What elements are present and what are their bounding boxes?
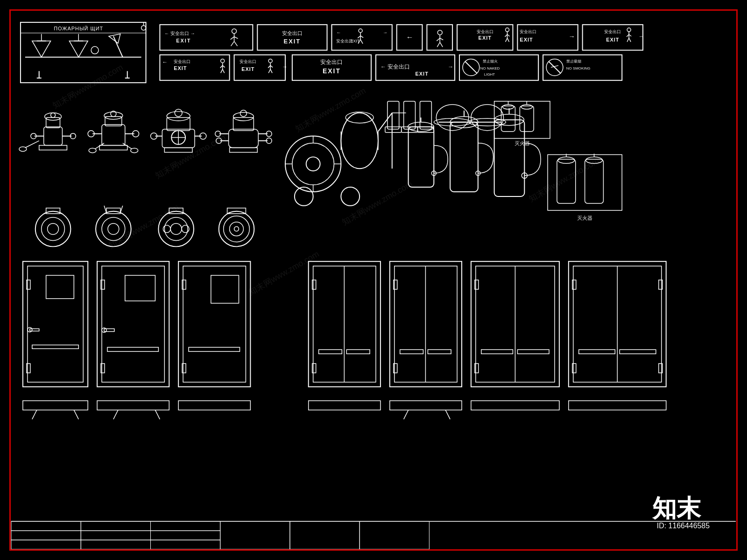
svg-point-218 xyxy=(35,211,71,247)
svg-text:安全出口: 安全出口 xyxy=(282,30,303,36)
svg-line-26 xyxy=(231,42,234,46)
svg-line-47 xyxy=(437,38,440,41)
svg-text:EXIT: EXIT xyxy=(176,38,191,43)
svg-text:禁止吸烟: 禁止吸烟 xyxy=(566,59,581,63)
svg-text:安全出口: 安全出口 xyxy=(604,29,621,34)
svg-point-228 xyxy=(158,211,194,247)
svg-text:←: ← xyxy=(162,59,168,65)
svg-rect-115 xyxy=(46,118,60,128)
svg-rect-302 xyxy=(471,401,559,410)
svg-rect-198 xyxy=(409,127,434,187)
svg-line-58 xyxy=(506,38,507,42)
svg-text:EXIT: EXIT xyxy=(241,66,254,72)
bottom-table xyxy=(11,521,736,549)
svg-line-295 xyxy=(113,410,118,420)
svg-point-219 xyxy=(42,217,65,241)
svg-line-72 xyxy=(629,38,631,42)
svg-rect-316 xyxy=(359,521,429,549)
fire-doors xyxy=(23,261,666,387)
svg-point-14 xyxy=(91,47,99,54)
svg-rect-258 xyxy=(189,347,240,351)
svg-point-141 xyxy=(175,109,182,117)
svg-rect-266 xyxy=(319,350,342,354)
svg-rect-291 xyxy=(23,401,88,410)
svg-line-12 xyxy=(113,36,123,57)
svg-rect-31 xyxy=(331,25,392,50)
svg-point-117 xyxy=(51,113,56,118)
svg-point-184 xyxy=(436,105,469,131)
svg-rect-273 xyxy=(400,350,423,354)
svg-text:灭火器: 灭火器 xyxy=(577,215,592,221)
svg-point-234 xyxy=(219,211,254,247)
svg-point-237 xyxy=(234,227,239,231)
svg-rect-307 xyxy=(11,540,81,549)
svg-line-27 xyxy=(234,42,238,46)
svg-text:EXIT: EXIT xyxy=(174,65,187,71)
svg-text:安全出口: 安全出口 xyxy=(520,29,536,34)
fire-hydrants xyxy=(19,109,272,153)
svg-point-87 xyxy=(268,59,272,63)
svg-rect-253 xyxy=(101,280,105,289)
svg-rect-303 xyxy=(569,401,666,410)
svg-point-164 xyxy=(306,157,320,171)
fire-extinguishers-right: 灭火器 xyxy=(494,101,550,147)
svg-rect-298 xyxy=(309,401,381,410)
svg-text:安全出口: 安全出口 xyxy=(320,59,343,65)
svg-line-109 xyxy=(549,61,561,73)
svg-line-50 xyxy=(440,42,443,47)
svg-text:EXIT: EXIT xyxy=(520,37,533,42)
svg-line-301 xyxy=(445,410,450,420)
svg-line-92 xyxy=(270,69,272,73)
svg-rect-252 xyxy=(107,347,158,351)
svg-rect-264 xyxy=(312,364,316,373)
svg-point-174 xyxy=(341,187,359,206)
svg-text:←: ← xyxy=(406,33,414,41)
svg-text:ID: 1166446585: ID: 1166446585 xyxy=(657,522,710,530)
svg-point-78 xyxy=(221,59,225,63)
svg-line-300 xyxy=(404,410,409,420)
svg-point-45 xyxy=(437,30,442,35)
svg-text:EXIT: EXIT xyxy=(350,39,359,43)
svg-rect-267 xyxy=(346,350,370,354)
svg-text:→: → xyxy=(383,30,388,35)
svg-rect-287 xyxy=(659,364,662,373)
extinguisher-rack: 灭火器 xyxy=(548,154,622,220)
svg-point-134 xyxy=(89,148,96,153)
svg-rect-202 xyxy=(450,122,478,192)
cad-drawing: ПОЖАРНЫЙ ЩИТ xyxy=(11,11,736,549)
svg-rect-182 xyxy=(420,101,431,129)
main-drawing-board: 知末网www.zmo.com 知末网www.zmo.com 知末网www.zmo… xyxy=(9,9,738,551)
svg-text:安全出口: 安全出口 xyxy=(174,59,190,64)
svg-rect-259 xyxy=(182,280,186,289)
svg-text:NO SMOKING: NO SMOKING xyxy=(566,66,591,70)
svg-rect-280 xyxy=(481,350,513,354)
fire-panel: ПОЖАРНЫЙ ЩИТ xyxy=(21,22,146,83)
svg-text:LIGHT: LIGHT xyxy=(484,72,495,77)
svg-rect-192 xyxy=(520,106,534,132)
svg-point-223 xyxy=(102,217,125,241)
svg-rect-149 xyxy=(230,147,258,152)
svg-point-235 xyxy=(224,216,250,242)
svg-line-82 xyxy=(221,69,223,73)
svg-point-230 xyxy=(170,224,182,235)
svg-text:EXIT: EXIT xyxy=(606,37,619,42)
svg-rect-281 xyxy=(517,350,549,354)
svg-point-3 xyxy=(141,26,146,30)
svg-line-83 xyxy=(223,69,225,73)
logo-group: 知末 ID: 1166446585 xyxy=(652,495,710,530)
svg-marker-6 xyxy=(32,41,51,57)
svg-text:EXIT: EXIT xyxy=(323,67,341,75)
svg-text:←: ← xyxy=(336,30,341,35)
svg-rect-290 xyxy=(620,350,656,354)
svg-point-136 xyxy=(131,148,138,153)
svg-line-122 xyxy=(25,141,39,148)
svg-rect-250 xyxy=(104,329,114,331)
svg-rect-178 xyxy=(388,101,399,129)
svg-rect-255 xyxy=(178,261,250,387)
door-thresholds xyxy=(23,401,666,420)
svg-point-220 xyxy=(48,224,59,235)
svg-line-25 xyxy=(234,37,238,39)
svg-rect-114 xyxy=(44,127,63,146)
svg-rect-294 xyxy=(97,401,169,410)
svg-text:EXIT: EXIT xyxy=(284,38,301,45)
